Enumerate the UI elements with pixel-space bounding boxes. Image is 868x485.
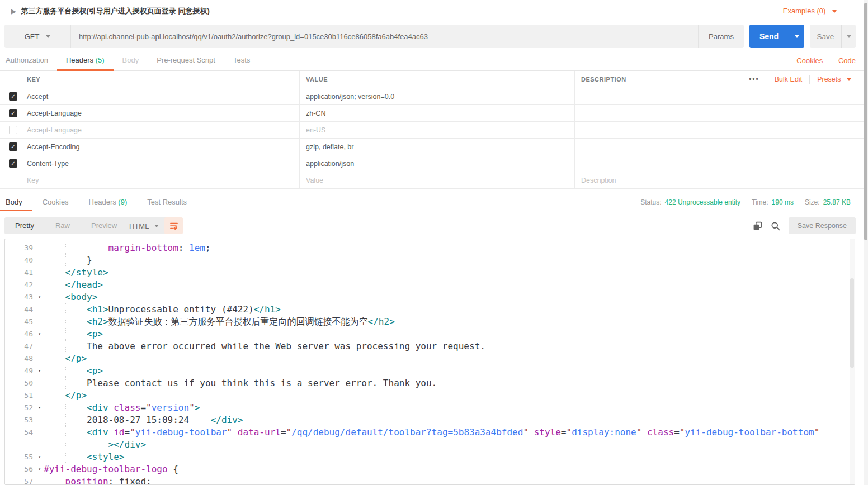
send-options-caret[interactable] bbox=[789, 25, 804, 48]
window-scrollbar-thumb[interactable] bbox=[864, 3, 867, 240]
chevron-down-icon bbox=[154, 225, 159, 227]
key-cell[interactable]: Accept-Language bbox=[21, 105, 300, 121]
fold-toggle-icon[interactable]: ▾ bbox=[38, 291, 41, 303]
status-metric: Status:422 Unprocessable entity bbox=[640, 198, 740, 206]
response-tab-body[interactable]: Body bbox=[0, 193, 32, 211]
code-text: </style> bbox=[42, 267, 855, 279]
code-text: } bbox=[42, 254, 855, 267]
key-cell[interactable]: Accept-Language bbox=[21, 122, 300, 138]
description-cell[interactable] bbox=[575, 139, 868, 155]
search-icon-button[interactable] bbox=[771, 221, 780, 231]
key-cell[interactable]: Content-Type bbox=[21, 155, 300, 172]
indent-guide bbox=[65, 377, 66, 389]
value-cell[interactable]: application/json; version=0.0 bbox=[300, 88, 575, 104]
description-cell[interactable] bbox=[575, 122, 868, 138]
request-tab-authorization[interactable]: Authorization bbox=[0, 50, 57, 70]
description-cell[interactable]: Description bbox=[575, 172, 868, 188]
value-cell[interactable]: application/json bbox=[300, 155, 575, 172]
code-link[interactable]: Code bbox=[838, 56, 856, 65]
response-tab-headers[interactable]: Headers (9) bbox=[79, 193, 138, 211]
code-scrollbar-thumb[interactable] bbox=[850, 278, 854, 368]
header-enabled-checkbox[interactable]: ✓ bbox=[9, 142, 17, 151]
chevron-down-icon bbox=[832, 10, 837, 13]
fold-toggle-icon[interactable]: ▾ bbox=[38, 451, 41, 463]
value-cell[interactable]: zh-CN bbox=[300, 105, 575, 121]
request-tab-body[interactable]: Body bbox=[114, 50, 148, 70]
tab-count: (5) bbox=[93, 56, 105, 64]
line-number: 40 bbox=[5, 254, 42, 267]
send-button[interactable]: Send bbox=[749, 25, 804, 48]
bulk-edit-link[interactable]: Bulk Edit bbox=[775, 75, 802, 83]
line-number: 41 bbox=[5, 267, 42, 279]
value-cell[interactable]: en-US bbox=[300, 122, 575, 138]
request-tab-tests[interactable]: Tests bbox=[224, 50, 259, 70]
value-cell[interactable]: Value bbox=[300, 172, 575, 188]
line-number: 49▾ bbox=[5, 365, 42, 377]
response-tab-test-results[interactable]: Test Results bbox=[137, 193, 197, 211]
response-metrics: Status:422 Unprocessable entity Time:190… bbox=[640, 193, 851, 211]
tab-label: Body bbox=[6, 198, 22, 206]
fold-toggle-icon[interactable]: ▾ bbox=[38, 463, 41, 476]
collapse-arrow-icon[interactable]: ▶ bbox=[11, 8, 16, 15]
url-input[interactable] bbox=[70, 25, 698, 48]
description-cell[interactable] bbox=[575, 88, 868, 104]
examples-dropdown[interactable]: Examples (0) bbox=[783, 0, 837, 22]
header-enabled-checkbox[interactable]: ✓ bbox=[9, 92, 17, 101]
code-line-54: 54 <div id="yii-debug-toolbar" data-url=… bbox=[5, 426, 855, 439]
key-cell[interactable]: Key bbox=[21, 172, 300, 188]
header-enabled-checkbox[interactable]: ✓ bbox=[9, 159, 17, 168]
presets-dropdown[interactable]: Presets bbox=[817, 75, 851, 83]
save-response-button[interactable]: Save Response bbox=[789, 217, 856, 234]
fold-toggle-icon[interactable]: ▾ bbox=[38, 328, 41, 340]
request-tab-headers[interactable]: Headers (5) bbox=[57, 50, 114, 70]
save-button[interactable]: Save bbox=[810, 25, 856, 48]
checkbox-cell: ✓ bbox=[0, 88, 21, 104]
divider bbox=[809, 75, 810, 84]
view-raw[interactable]: Raw bbox=[45, 217, 81, 234]
format-dropdown[interactable]: HTML bbox=[121, 217, 167, 234]
header-row-accept: ✓Acceptapplication/json; version=0.0 bbox=[0, 88, 868, 105]
params-button[interactable]: Params bbox=[698, 25, 744, 48]
method-selector[interactable]: GET bbox=[4, 25, 70, 48]
copy-icon-button[interactable] bbox=[753, 221, 762, 231]
line-number: 52▾ bbox=[5, 402, 42, 414]
code-line-51: 51 </p> bbox=[5, 389, 855, 402]
fold-toggle-icon[interactable]: ▾ bbox=[38, 365, 41, 377]
cookies-link[interactable]: Cookies bbox=[796, 56, 823, 65]
indent-guide bbox=[65, 451, 66, 463]
description-cell[interactable] bbox=[575, 155, 868, 172]
examples-label: Examples (0) bbox=[783, 7, 826, 15]
view-pretty[interactable]: Pretty bbox=[4, 217, 45, 234]
indent-guide bbox=[87, 439, 87, 451]
save-label: Save bbox=[810, 25, 841, 48]
save-response-label: Save Response bbox=[798, 222, 847, 230]
headers-table-body: ✓Acceptapplication/json; version=0.0✓Acc… bbox=[0, 88, 868, 189]
request-header: ▶第三方服务平台授权(引导用户进入授权页面登录 同意授权) Examples (… bbox=[0, 0, 864, 22]
tab-label: Body bbox=[122, 56, 139, 64]
key-cell[interactable]: Accept bbox=[21, 88, 300, 104]
code-line-48: 48 </p> bbox=[5, 353, 855, 365]
header-enabled-checkbox[interactable] bbox=[9, 126, 17, 134]
code-text: <p> bbox=[42, 328, 855, 340]
line-number: 43▾ bbox=[5, 291, 42, 303]
more-options-icon[interactable]: ••• bbox=[749, 75, 760, 83]
response-toolbar: PrettyRawPreview HTML bbox=[0, 217, 868, 235]
wrap-text-button[interactable] bbox=[164, 217, 183, 234]
save-options-caret[interactable] bbox=[841, 25, 856, 48]
request-tab-pre-request-script[interactable]: Pre-request Script bbox=[148, 50, 224, 70]
value-cell[interactable]: gzip, deflate, br bbox=[300, 139, 575, 155]
indent-guide bbox=[65, 303, 66, 316]
tab-label: Cookies bbox=[43, 198, 69, 206]
description-cell[interactable] bbox=[575, 105, 868, 121]
code-text: <div class="version"> bbox=[42, 402, 855, 414]
code-line-49: 49▾ <p> bbox=[5, 365, 855, 377]
indent-guide bbox=[65, 254, 66, 267]
code-line-46: 46▾ <p> bbox=[5, 328, 855, 340]
url-composite: GET Params bbox=[4, 25, 744, 48]
code-text: 2018-08-27 15:09:24 </div> bbox=[42, 414, 855, 426]
key-cell[interactable]: Accept-Encoding bbox=[21, 139, 300, 155]
headers-table: KEY VALUE DESCRIPTION ••• Bulk Edit Pres… bbox=[0, 71, 868, 189]
header-enabled-checkbox[interactable]: ✓ bbox=[9, 109, 17, 117]
fold-toggle-icon[interactable]: ▾ bbox=[38, 402, 41, 414]
response-tab-cookies[interactable]: Cookies bbox=[32, 193, 79, 211]
